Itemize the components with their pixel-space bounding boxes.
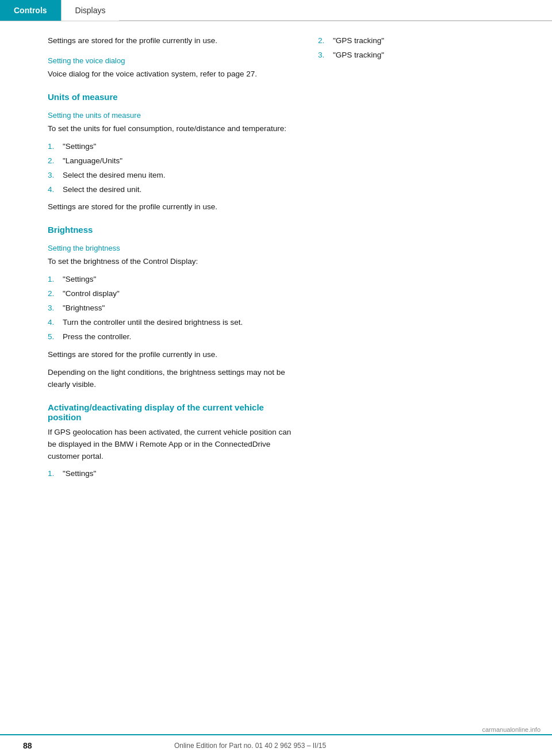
step-text: "Settings" xyxy=(63,141,96,153)
brightness-body: To set the brightness of the Control Dis… xyxy=(48,256,295,268)
right-steps-list: 2. "GPS tracking" 3. "GPS tracking" xyxy=(318,35,490,62)
footer-center-text: Online Edition for Part no. 01 40 2 962 … xyxy=(57,742,443,750)
step-text: "Language/Units" xyxy=(63,155,122,167)
step-text: "GPS tracking" xyxy=(333,49,384,62)
brightness-subheading: Setting the brightness xyxy=(48,244,295,252)
list-item: 1. "Settings" xyxy=(48,274,295,286)
voice-dialog-heading: Setting the voice dialog xyxy=(48,56,295,65)
watermark: carmanualonline.info xyxy=(482,726,540,733)
left-column: Settings are stored for the profile curr… xyxy=(48,35,295,486)
list-item: 1. "Settings" xyxy=(48,468,295,480)
list-item: 5. Press the controller. xyxy=(48,331,295,343)
units-subheading: Setting the units of measure xyxy=(48,111,295,120)
step-number: 3. xyxy=(48,302,59,314)
tab-displays[interactable]: Displays xyxy=(61,0,120,21)
step-number: 5. xyxy=(48,331,59,343)
list-item: 3. Select the desired menu item. xyxy=(48,170,295,182)
step-text: Select the desired menu item. xyxy=(63,170,166,182)
brightness-steps-list: 1. "Settings" 2. "Control display" 3. "B… xyxy=(48,274,295,343)
step-number: 3. xyxy=(318,49,329,62)
tab-controls[interactable]: Controls xyxy=(0,0,61,21)
list-item: 4. Select the desired unit. xyxy=(48,184,295,196)
footer: 88 Online Edition for Part no. 01 40 2 9… xyxy=(0,734,552,756)
list-item: 3. "GPS tracking" xyxy=(318,49,490,62)
intro-text: Settings are stored for the profile curr… xyxy=(48,35,295,47)
step-text: "Brightness" xyxy=(63,302,105,314)
page-number: 88 xyxy=(23,741,57,750)
units-footer: Settings are stored for the profile curr… xyxy=(48,201,295,213)
step-number: 2. xyxy=(48,155,59,167)
step-text: "Control display" xyxy=(63,288,120,300)
units-steps-list: 1. "Settings" 2. "Language/Units" 3. Sel… xyxy=(48,141,295,196)
step-text: "Settings" xyxy=(63,468,96,480)
step-text: "GPS tracking" xyxy=(333,35,384,47)
list-item: 4. Turn the controller until the desired… xyxy=(48,317,295,329)
step-number: 1. xyxy=(48,141,59,153)
brightness-footer2: Depending on the light conditions, the b… xyxy=(48,367,295,391)
step-text: "Settings" xyxy=(63,274,96,286)
voice-dialog-body: Voice dialog for the voice activation sy… xyxy=(48,68,295,80)
units-body: To set the units for fuel consumption, r… xyxy=(48,123,295,135)
list-item: 3. "Brightness" xyxy=(48,302,295,314)
step-number: 3. xyxy=(48,170,59,182)
step-number: 4. xyxy=(48,317,59,329)
step-number: 1. xyxy=(48,274,59,286)
tab-bar: Controls Displays xyxy=(0,0,552,21)
list-item: 2. "GPS tracking" xyxy=(318,35,490,47)
gps-steps-list: 1. "Settings" xyxy=(48,468,295,480)
gps-body: If GPS geolocation has been activated, t… xyxy=(48,427,295,463)
tab-line-spacer xyxy=(119,20,552,21)
step-number: 2. xyxy=(48,288,59,300)
list-item: 2. "Control display" xyxy=(48,288,295,300)
step-number: 1. xyxy=(48,468,59,480)
right-column: 2. "GPS tracking" 3. "GPS tracking" xyxy=(318,35,490,486)
step-number: 4. xyxy=(48,184,59,196)
brightness-footer1: Settings are stored for the profile curr… xyxy=(48,349,295,361)
content-wrapper: Settings are stored for the profile curr… xyxy=(0,21,552,500)
list-item: 1. "Settings" xyxy=(48,141,295,153)
step-number: 2. xyxy=(318,35,329,47)
step-text: Select the desired unit. xyxy=(63,184,141,196)
brightness-heading: Brightness xyxy=(48,225,295,235)
list-item: 2. "Language/Units" xyxy=(48,155,295,167)
units-section-heading: Units of measure xyxy=(48,92,295,102)
step-text: Turn the controller until the desired br… xyxy=(63,317,243,329)
gps-section-heading: Activating/deactivating display of the c… xyxy=(48,402,295,422)
step-text: Press the controller. xyxy=(63,331,131,343)
